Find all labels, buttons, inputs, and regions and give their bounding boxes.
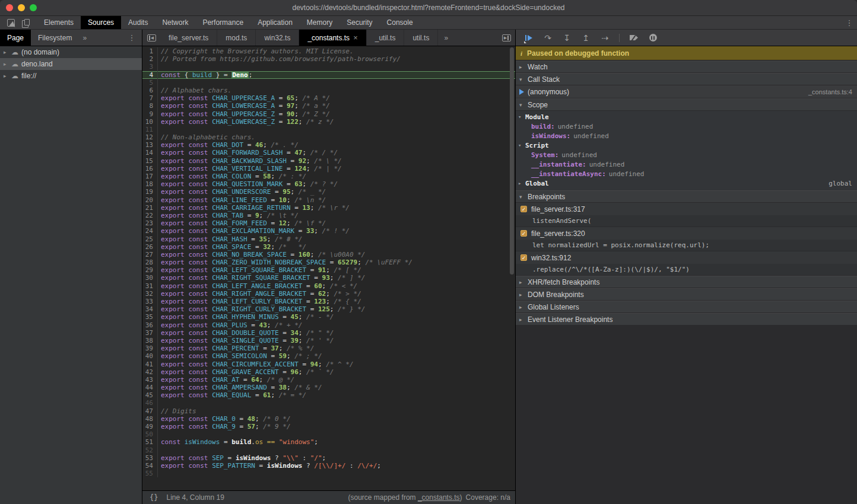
code-content[interactable]: export const CHAR_HASH = 35; /* # */ [158, 235, 302, 243]
call-stack-frame[interactable]: (anonymous)_constants.ts:4 [516, 85, 857, 98]
line-number[interactable]: 41 [142, 361, 158, 368]
line-number[interactable]: 38 [142, 337, 158, 344]
line-number[interactable]: 53 [142, 454, 158, 462]
line-number[interactable]: 18 [142, 180, 158, 188]
code-content[interactable] [158, 126, 161, 133]
code-content[interactable]: export const CHAR_UPPERCASE_A = 65; /* A… [158, 94, 330, 102]
line-number[interactable]: 46 [142, 399, 158, 407]
scope-property[interactable]: __instantiateAsync:undefined [516, 169, 857, 178]
line-number[interactable]: 45 [142, 391, 158, 399]
line-number[interactable]: 2 [142, 55, 158, 63]
scope-group-script[interactable]: ▾Script [516, 141, 857, 150]
line-number[interactable]: 12 [142, 133, 158, 141]
line-number[interactable]: 21 [142, 204, 158, 212]
code-content[interactable] [158, 470, 161, 477]
line-number[interactable]: 23 [142, 219, 158, 227]
line-number[interactable]: 9 [142, 110, 158, 118]
line-number[interactable]: 44 [142, 384, 158, 391]
code-content[interactable] [158, 79, 161, 87]
line-number[interactable]: 25 [142, 235, 158, 243]
line-number[interactable]: 16 [142, 165, 158, 173]
pause-on-exceptions-icon[interactable] [648, 33, 658, 43]
section-global-listeners[interactable]: ▸Global Listeners [516, 301, 857, 313]
code-content[interactable]: export const CHAR_SINGLE_QUOTE = 39; /* … [158, 337, 334, 344]
code-content[interactable]: export const CHAR_COLON = 58; /* : */ [158, 173, 306, 180]
source-mapped-link[interactable]: _constants.ts [418, 493, 460, 502]
line-number[interactable]: 5 [142, 79, 158, 87]
breakpoint-entry[interactable]: ✓file_server.ts:320let normalizedUrl = p… [516, 227, 857, 251]
deactivate-breakpoints-icon[interactable] [629, 33, 639, 43]
code-content[interactable]: export const CHAR_AT = 64; /* @ */ [158, 376, 294, 384]
code-content[interactable]: // Digits [158, 407, 196, 415]
code-content[interactable]: export const CHAR_CARRIAGE_RETURN = 13; … [158, 204, 350, 212]
line-number[interactable]: 8 [142, 102, 158, 110]
navigator-tab-filesystem[interactable]: Filesystem [31, 30, 79, 46]
line-number[interactable]: 42 [142, 368, 158, 376]
navigator-menu-icon[interactable]: ⋮ [124, 33, 139, 42]
code-content[interactable]: export const CHAR_PERCENT = 37; /* % */ [158, 344, 314, 352]
navigator-tab-page[interactable]: Page [0, 30, 31, 46]
code-content[interactable] [158, 430, 161, 438]
zoom-window-button[interactable] [30, 4, 37, 11]
main-menu-icon[interactable]: ⋮ [842, 16, 857, 29]
code-content[interactable]: export const CHAR_BACKWARD_SLASH = 92; /… [158, 157, 342, 165]
tab-performance[interactable]: Performance [195, 16, 250, 29]
code-content[interactable]: export const CHAR_ZERO_WIDTH_NOBREAK_SPA… [158, 259, 412, 266]
code-content[interactable]: export const CHAR_LEFT_ANGLE_BRACKET = 6… [158, 282, 357, 290]
line-number[interactable]: 55 [142, 470, 158, 477]
line-number[interactable]: 37 [142, 329, 158, 337]
chevron-right-icon[interactable]: ▸ [4, 49, 8, 55]
line-number[interactable]: 40 [142, 352, 158, 360]
code-content[interactable]: export const CHAR_GRAVE_ACCENT = 96; /* … [158, 368, 334, 376]
step-into-icon[interactable]: ↧ [562, 33, 572, 43]
section-event-listener-breakpoints[interactable]: ▸Event Listener Breakpoints [516, 313, 857, 326]
chevron-right-icon[interactable]: ▸ [4, 61, 8, 67]
tab-console[interactable]: Console [380, 16, 420, 29]
step-out-icon[interactable]: ↥ [581, 33, 591, 43]
code-content[interactable]: export const CHAR_CIRCUMFLEX_ACCENT = 94… [158, 361, 354, 368]
code-content[interactable]: const isWindows = build.os == "windows"; [158, 438, 318, 446]
line-number[interactable]: 1 [142, 47, 158, 55]
line-number[interactable]: 3 [142, 63, 158, 71]
scope-property[interactable]: build:undefined [516, 122, 857, 131]
pretty-print-button[interactable]: {} [147, 493, 160, 502]
line-number[interactable]: 15 [142, 157, 158, 165]
line-number[interactable]: 31 [142, 282, 158, 290]
step-over-icon[interactable]: ↷ [543, 33, 553, 43]
line-number[interactable]: 4 [142, 71, 158, 79]
code-content[interactable]: export const CHAR_EXCLAMATION_MARK = 33;… [158, 227, 350, 235]
code-content[interactable]: export const SEP = isWindows ? "\\" : "/… [158, 454, 326, 462]
code-content[interactable]: export const SEP_PATTERN = isWindows ? /… [158, 462, 381, 470]
file-tab-_util.ts[interactable]: _util.ts [367, 30, 405, 46]
scope-property[interactable]: isWindows:undefined [516, 131, 857, 141]
code-content[interactable]: export const CHAR_9 = 57; /* 9 */ [158, 423, 291, 430]
line-number[interactable]: 50 [142, 430, 158, 438]
code-content[interactable] [158, 446, 161, 454]
code-content[interactable]: export const CHAR_FORM_FEED = 12; /* \f … [158, 219, 326, 227]
line-number[interactable]: 54 [142, 462, 158, 470]
tab-sources[interactable]: Sources [81, 16, 121, 29]
line-number[interactable]: 13 [142, 141, 158, 149]
code-content[interactable]: // Ported from https://github.com/browse… [158, 55, 401, 63]
code-content[interactable] [158, 399, 161, 407]
line-number[interactable]: 28 [142, 259, 158, 266]
line-number[interactable]: 39 [142, 344, 158, 352]
code-content[interactable]: export const CHAR_DOT = 46; /* . */ [158, 141, 299, 149]
code-content[interactable]: export const CHAR_LEFT_SQUARE_BRACKET = … [158, 266, 361, 274]
line-number[interactable]: 43 [142, 376, 158, 384]
tree-item-(no domain)[interactable]: ▸☁(no domain) [0, 46, 142, 58]
breakpoint-entry[interactable]: ✓win32.ts:912.replace(/^\/*([A-Za-z]:)(\… [516, 251, 857, 276]
section-dom-breakpoints[interactable]: ▸DOM Breakpoints [516, 288, 857, 301]
step-icon[interactable]: ⇢ [600, 33, 610, 43]
code-content[interactable]: export const CHAR_FORWARD_SLASH = 47; /*… [158, 149, 338, 157]
scope-group-global[interactable]: ▸Globalglobal [516, 178, 857, 188]
section-watch[interactable]: ▸Watch [516, 60, 857, 73]
line-number[interactable]: 20 [142, 196, 158, 204]
file-tab-util.ts[interactable]: util.ts [404, 30, 438, 46]
tab-application[interactable]: Application [250, 16, 300, 29]
line-number[interactable]: 48 [142, 415, 158, 423]
line-number[interactable]: 36 [142, 321, 158, 329]
code-content[interactable]: export const CHAR_QUESTION_MARK = 63; /*… [158, 180, 338, 188]
code-content[interactable]: export const CHAR_HYPHEN_MINUS = 45; /* … [158, 313, 334, 321]
code-content[interactable]: export const CHAR_SEMICOLON = 59; /* ; *… [158, 352, 322, 360]
